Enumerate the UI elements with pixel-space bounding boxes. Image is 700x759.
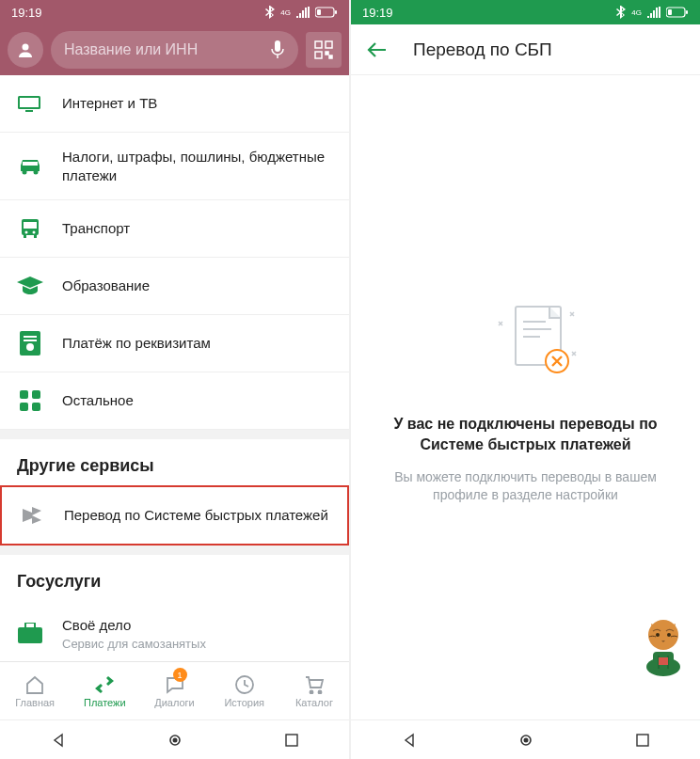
- category-label: Налоги, штрафы, пошлины, бюджетные плате…: [62, 148, 332, 184]
- nav-label: Диалоги: [154, 697, 195, 708]
- tv-icon: [18, 94, 42, 113]
- bus-icon: [19, 217, 41, 240]
- svg-rect-24: [24, 340, 37, 341]
- svg-rect-17: [24, 222, 37, 229]
- payments-list: Интернет и ТВ Налоги, штрафы, пошлины, б…: [0, 75, 349, 661]
- battery-icon: [315, 7, 338, 18]
- network-indicator: 4G: [631, 8, 642, 17]
- svg-rect-11: [20, 98, 39, 107]
- empty-state: У вас не подключены переводы по Системе …: [351, 75, 700, 719]
- svg-rect-21: [34, 235, 37, 238]
- svg-rect-37: [286, 735, 297, 746]
- category-other[interactable]: Остальное: [0, 372, 349, 430]
- phone-right-sbp: 19:19 4G Перевод по СБП У ва: [351, 0, 700, 759]
- profile-button[interactable]: [8, 32, 43, 68]
- svg-rect-28: [20, 403, 28, 411]
- nav-recent-icon[interactable]: [285, 734, 298, 747]
- svg-rect-31: [25, 623, 35, 628]
- android-nav: [0, 719, 349, 759]
- cat-icon: [630, 610, 696, 678]
- signal-icon: [296, 7, 310, 18]
- gov-row-text: Своё дело Сервис для самозанятых: [62, 616, 206, 651]
- nav-label: Каталог: [295, 697, 333, 708]
- clock-icon: [234, 674, 255, 695]
- sbp-row[interactable]: Перевод по Системе быстрых платежей: [2, 487, 347, 544]
- android-nav: [351, 719, 700, 759]
- dialogs-badge: 1: [173, 668, 187, 682]
- empty-title: У вас не подключены переводы по Системе …: [374, 414, 677, 454]
- svg-point-53: [524, 737, 529, 742]
- nav-history[interactable]: История: [210, 662, 279, 719]
- nav-back-icon[interactable]: [402, 733, 417, 748]
- section-other-services: Другие сервисы: [0, 439, 349, 485]
- mic-icon[interactable]: [270, 40, 285, 59]
- svg-rect-9: [329, 55, 332, 58]
- nav-label: Главная: [15, 697, 55, 708]
- svg-rect-1: [335, 10, 337, 14]
- page-title: Перевод по СБП: [413, 40, 552, 60]
- search-placeholder: Название или ИНН: [64, 41, 270, 58]
- search-input[interactable]: Название или ИНН: [51, 31, 298, 69]
- svg-point-25: [26, 343, 34, 351]
- qr-button[interactable]: [306, 32, 342, 68]
- nav-label: Платежи: [84, 697, 126, 708]
- svg-point-50: [656, 633, 660, 637]
- svg-rect-26: [20, 390, 28, 399]
- svg-rect-15: [23, 162, 38, 166]
- bluetooth-icon: [265, 6, 275, 19]
- category-label: Интернет и ТВ: [62, 94, 157, 113]
- grid-icon: [20, 390, 40, 411]
- category-internet-tv[interactable]: Интернет и ТВ: [0, 75, 349, 133]
- back-button[interactable]: [366, 41, 387, 58]
- briefcase-icon: [18, 623, 42, 643]
- section-gosuslugi: Госуслуги: [0, 555, 349, 601]
- battery-icon: [666, 7, 689, 18]
- empty-illustration: [484, 290, 568, 384]
- car-icon: [17, 158, 43, 175]
- signal-icon: [647, 7, 660, 18]
- svg-rect-4: [275, 40, 280, 52]
- svg-point-33: [310, 690, 312, 693]
- svg-rect-27: [32, 390, 40, 399]
- receipt-icon: [20, 331, 40, 356]
- cat-mascot: [630, 610, 696, 678]
- svg-point-18: [25, 231, 28, 234]
- svg-rect-54: [637, 735, 648, 746]
- category-education[interactable]: Образование: [0, 258, 349, 315]
- nav-catalog[interactable]: Каталог: [279, 662, 349, 719]
- document-error-icon: [484, 290, 587, 393]
- nav-home[interactable]: Главная: [0, 662, 70, 719]
- category-requisites[interactable]: Платёж по реквизитам: [0, 315, 349, 372]
- nav-home-icon[interactable]: [167, 733, 183, 748]
- nav-home-icon[interactable]: [518, 733, 533, 748]
- person-icon: [16, 40, 35, 59]
- gov-sub: Сервис для самозанятых: [62, 637, 206, 651]
- svg-rect-20: [24, 235, 26, 238]
- svg-rect-29: [32, 403, 40, 411]
- section-gap: [0, 430, 349, 439]
- page-header: Перевод по СБП: [351, 24, 700, 75]
- svg-rect-6: [326, 41, 332, 48]
- sbp-icon: [20, 503, 44, 528]
- svg-rect-2: [317, 9, 321, 15]
- sbp-label: Перевод по Системе быстрых платежей: [64, 506, 328, 525]
- svg-rect-39: [686, 10, 688, 14]
- svg-rect-48: [659, 657, 668, 665]
- nav-recent-icon[interactable]: [636, 734, 649, 747]
- nav-dialogs[interactable]: 1 Диалоги: [139, 662, 209, 719]
- gov-row[interactable]: Своё дело Сервис для самозанятых: [0, 601, 349, 661]
- svg-rect-23: [24, 336, 37, 338]
- category-transport[interactable]: Транспорт: [0, 200, 349, 258]
- home-icon: [24, 674, 45, 695]
- nav-back-icon[interactable]: [51, 733, 66, 748]
- svg-point-36: [173, 737, 178, 742]
- svg-rect-7: [315, 52, 322, 58]
- svg-rect-40: [668, 9, 672, 15]
- bottom-nav: Главная Платежи 1 Диалоги История Катало…: [0, 661, 349, 719]
- graduation-icon: [17, 277, 43, 295]
- svg-point-49: [648, 620, 678, 650]
- svg-rect-8: [326, 52, 328, 55]
- category-taxes[interactable]: Налоги, штрафы, пошлины, бюджетные плате…: [0, 133, 349, 200]
- bluetooth-icon: [616, 6, 626, 19]
- nav-payments[interactable]: Платежи: [70, 662, 139, 719]
